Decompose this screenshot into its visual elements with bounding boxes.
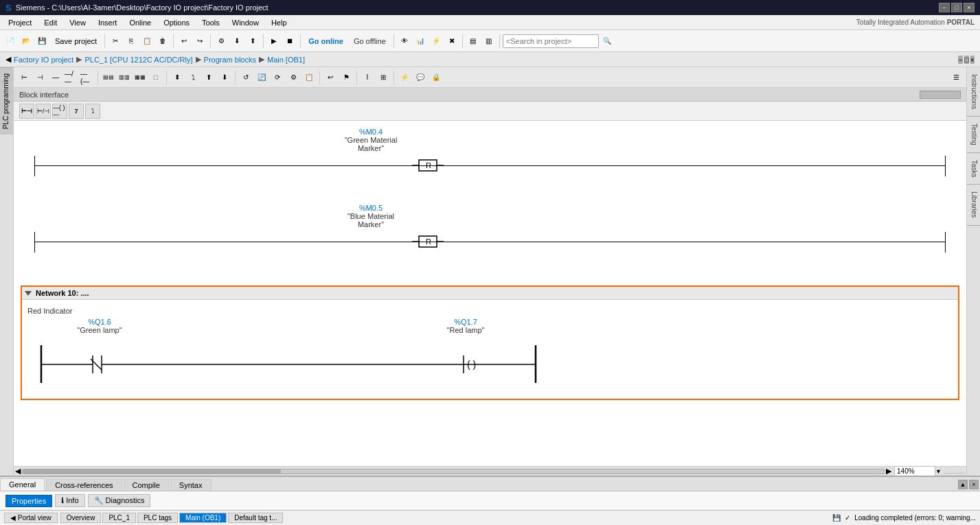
menu-tools[interactable]: Tools [196,17,225,28]
collapse-triangle[interactable] [25,291,32,296]
tab-libraries[interactable]: Libraries [967,185,980,225]
coil-btn[interactable]: —( )— [52,104,67,119]
breadcrumb-project[interactable]: Factory IO project [14,56,73,64]
close-button[interactable]: × [964,3,975,12]
restore-button[interactable]: □ [951,3,962,12]
undo-btn[interactable]: ↩ [176,34,192,49]
status-tab-plctags[interactable]: PLC tags [137,513,178,523]
plc-btn-6[interactable]: ▤▤ [101,70,116,85]
plc-btn-10[interactable]: ⬍ [170,70,185,85]
search-input[interactable] [503,34,599,48]
cut-btn[interactable]: ✂ [108,34,123,49]
plc-btn-4[interactable]: —/— [64,70,79,85]
menu-insert[interactable]: Insert [93,17,123,28]
box-btn[interactable]: 7 [69,104,84,119]
h-scrollbar-track[interactable] [22,469,885,474]
status-tab-overview[interactable]: Overview [60,513,102,523]
tab-tasks[interactable]: Tasks [967,153,980,185]
h-scrollbar-thumb[interactable] [23,469,281,474]
plc-btn-14[interactable]: ↺ [238,70,253,85]
menu-edit[interactable]: Edit [38,17,62,28]
watch-btn[interactable]: 👁 [397,34,412,49]
breadcrumb-plc[interactable]: PLC_1 [CPU 1212C AC/DC/Rly] [84,56,192,64]
tab-general[interactable]: General [0,478,45,491]
breadcrumb-main[interactable]: Main [OB1] [267,56,305,64]
plc-btn-2[interactable]: ⊣ [32,70,47,85]
start-sim-btn[interactable]: ▶ [266,34,282,49]
plc-btn-17[interactable]: ⚙ [286,70,301,85]
info-tab-btn[interactable]: ℹ Info [55,494,84,507]
neg-contact-btn[interactable]: ⊢/⊣ [36,104,51,119]
mem2-btn[interactable]: ▥ [481,34,497,49]
tab-instructions[interactable]: Instructions [967,67,980,117]
plc-btn-12[interactable]: ⬆ [201,70,216,85]
minimize-button[interactable]: − [939,3,950,12]
new-btn[interactable]: 📄 [3,34,18,49]
plc-btn-23[interactable]: ⚡ [397,70,412,85]
nav-arrow-left[interactable]: ◀ [5,55,11,64]
tab-compile[interactable]: Compile [124,479,169,491]
plc-btn-20[interactable]: ⚑ [339,70,354,85]
delete-btn[interactable]: 🗑 [155,34,170,49]
go-online-button[interactable]: Go online [304,34,348,49]
compile-btn[interactable]: ⚙ [214,34,229,49]
force-btn[interactable]: ⚡ [429,34,444,49]
plc-btn-22[interactable]: ⊞ [376,70,391,85]
plc-btn-1[interactable]: ⊢ [16,70,32,85]
menu-options[interactable]: Options [158,17,195,28]
plc-btn-25[interactable]: 🔒 [429,70,444,85]
tab-cross-refs[interactable]: Cross-references [46,479,122,491]
open-btn[interactable]: 📂 [19,34,34,49]
monitor-btn[interactable]: 📊 [413,34,428,49]
menu-view[interactable]: View [64,17,91,28]
plc-btn-15[interactable]: 🔄 [254,70,269,85]
plc-btn-19[interactable]: ↩ [323,70,338,85]
diagram-area[interactable]: %M0.4 "Green Material Marker" R [14,121,966,466]
plc-btn-24[interactable]: 💬 [413,70,428,85]
scroll-left-btn[interactable]: ◀ [15,467,21,476]
menu-help[interactable]: Help [266,17,293,28]
save-btn[interactable]: 💾 [34,34,49,49]
plc-btn-7[interactable]: ▥▥ [117,70,132,85]
properties-tab-btn[interactable]: Properties [5,495,52,507]
menu-window[interactable]: Window [227,17,264,28]
zoom-dropdown-btn[interactable]: ▼ [935,468,942,475]
branch-btn[interactable]: ⤵ [85,104,100,119]
bottom-up-btn[interactable]: ▲ [958,480,968,489]
scroll-right-btn[interactable]: ▶ [886,467,891,476]
save-project-btn[interactable]: Save project [50,34,102,49]
delete2-btn[interactable]: ✖ [444,34,459,49]
plc-btn-8[interactable]: ▦▦ [133,70,148,85]
contact-btn[interactable]: ⊢⊣ [19,104,34,119]
redo-btn[interactable]: ↪ [192,34,207,49]
tab-syntax[interactable]: Syntax [170,479,212,491]
status-tab-main[interactable]: Main (OB1) [179,513,227,523]
plc-btn-18[interactable]: 📋 [301,70,317,85]
h-scrollbar[interactable]: ◀ ▶ 140% ▼ ............ [14,466,966,476]
block-interface-slider[interactable] [920,91,961,99]
plc-btn-settings[interactable]: ☰ [948,70,964,85]
tab-testing[interactable]: Testing [967,117,980,153]
copy-btn[interactable]: ⎘ [124,34,139,49]
diagnostics-tab-btn[interactable]: 🔧 Diagnostics [88,494,151,507]
plc-btn-13[interactable]: ⬇ [217,70,232,85]
download-btn[interactable]: ⬇ [229,34,244,49]
restore-editor-btn[interactable]: □ [964,56,969,64]
plc-btn-3[interactable]: — [48,70,63,85]
upload-btn[interactable]: ⬆ [245,34,260,49]
plc-btn-11[interactable]: ⤵ [185,70,201,85]
stop-sim-btn[interactable]: ⏹ [282,34,297,49]
plc-btn-9[interactable]: ⬚ [148,70,163,85]
minimize-editor-btn[interactable]: − [958,56,962,64]
plc-btn-16[interactable]: ⟳ [270,70,285,85]
plc-programming-tab[interactable]: PLC programming [0,67,14,135]
status-tab-plc1[interactable]: PLC_1 [102,513,136,523]
close-editor-btn[interactable]: × [970,56,975,64]
breadcrumb-blocks[interactable]: Program blocks [204,56,256,64]
go-offline-button[interactable]: Go offline [349,34,391,49]
plc-btn-5[interactable]: —(— [80,70,95,85]
plc-btn-21[interactable]: I [360,70,375,85]
status-tab-default[interactable]: Default tag t... [228,513,283,523]
search-btn[interactable]: 🔍 [600,34,615,49]
menu-online[interactable]: Online [124,17,157,28]
